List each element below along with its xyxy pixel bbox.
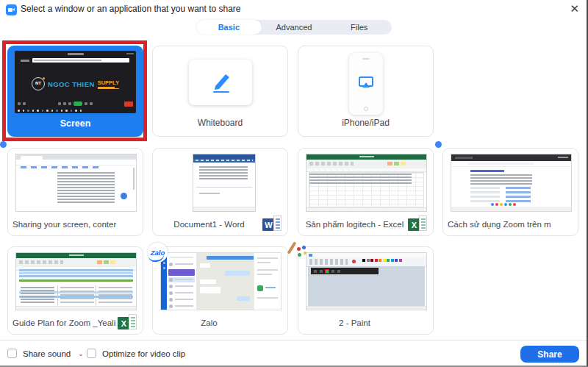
share-option-whiteboard[interactable]: Whiteboard — [152, 46, 288, 137]
share-option-label: Document1 - Word — [157, 220, 261, 229]
share-option-label: iPhone/iPad — [303, 118, 429, 128]
share-option-chrome-zoom-guide[interactable]: Cách sử dụng Zoom trên máy tín... — [442, 148, 578, 236]
whiteboard-card — [189, 60, 252, 105]
screen-mirroring-icon — [359, 76, 373, 91]
share-option-label: 2 - Paint — [303, 318, 406, 327]
excel-window-thumbnail — [15, 252, 137, 310]
share-sound-label: Share sound — [23, 349, 71, 358]
paint-window-thumbnail — [306, 252, 427, 310]
share-option-label: Guide Plan for Zoom _Yealink Clo... — [12, 318, 116, 327]
phone-shape — [349, 53, 383, 115]
share-option-iphone-ipad[interactable]: iPhone/iPad — [298, 46, 434, 137]
share-option-zalo[interactable]: Zalo Zalo — [152, 246, 288, 335]
share-sound-option[interactable]: Share sound ⌄ — [7, 341, 84, 366]
dialog-footer: Share sound ⌄ Optimize for video clip Sh… — [0, 340, 587, 366]
word-window-thumbnail — [160, 154, 282, 212]
share-option-label: Sản phẩm logitech - Excel — [303, 220, 406, 229]
camera-lens-icon — [12, 8, 15, 11]
share-option-chrome-sharing-doc[interactable]: Sharing your screen, content, or s... — [7, 148, 143, 236]
share-option-excel-logitech[interactable]: Sản phẩm logitech - Excel X — [298, 148, 434, 236]
nt-badge-icon: NT — [32, 77, 45, 90]
ngoc-thien-logo: NT NGOC THIEN SUPPLY — [15, 77, 136, 90]
thumb-titlebar — [68, 53, 84, 55]
thumb-green-button — [74, 101, 82, 106]
tab-bar: Basic Advanced Files — [196, 20, 392, 35]
tab-advanced[interactable]: Advanced — [262, 20, 327, 35]
pencil-icon — [208, 71, 233, 93]
thumb-back-control — [21, 60, 29, 62]
share-option-paint[interactable]: 2 - Paint — [298, 246, 434, 335]
share-button[interactable]: Share — [520, 346, 579, 363]
share-option-label: Zalo — [157, 318, 261, 327]
chrome-window-thumbnail — [451, 154, 572, 212]
zalo-window-thumbnail — [160, 252, 282, 310]
share-option-label: Cách sử dụng Zoom trên máy tín... — [448, 220, 551, 229]
tab-basic[interactable]: Basic — [196, 20, 262, 35]
zoom-app-icon — [6, 4, 17, 15]
screen-thumbnail: NT NGOC THIEN SUPPLY — [15, 51, 136, 113]
share-option-screen[interactable]: NT NGOC THIEN SUPPLY Screen — [7, 46, 143, 137]
share-option-label: Sharing your screen, content, or s... — [12, 220, 116, 229]
share-option-word-document1[interactable]: Document1 - Word W — [152, 148, 288, 236]
chevron-down-icon[interactable]: ⌄ — [78, 350, 84, 357]
excel-window-thumbnail — [306, 154, 427, 212]
share-option-label: Screen — [12, 118, 139, 129]
excel-icon: X — [408, 211, 428, 231]
excel-icon: X — [118, 310, 137, 329]
optimize-label: Optimize for video clip — [102, 349, 185, 358]
thumb-end-button — [124, 101, 133, 107]
phone-speaker — [362, 58, 370, 60]
chrome-window-thumbnail — [15, 154, 137, 212]
share-dialog: Select a window or an application that y… — [0, 0, 588, 367]
word-icon: W — [262, 211, 282, 231]
thumb-window-controls — [126, 53, 134, 54]
close-icon[interactable]: ✕ — [570, 2, 579, 15]
tab-files[interactable]: Files — [326, 20, 392, 35]
thumb-meeting-toolbar — [18, 101, 133, 107]
dialog-header: Select a window or an application that y… — [0, 0, 587, 19]
logo-supply-text: SUPPLY — [98, 79, 119, 89]
logo-name-text: NGOC THIEN — [48, 80, 95, 88]
share-sound-checkbox[interactable] — [7, 349, 17, 358]
thumb-taskbar-dots — [18, 110, 133, 112]
thumb-address-bar — [32, 58, 129, 63]
optimize-checkbox[interactable] — [87, 349, 96, 358]
share-option-label: Whiteboard — [157, 118, 283, 128]
share-option-excel-guide-plan[interactable]: Guide Plan for Zoom _Yealink Clo... X — [7, 246, 143, 335]
optimize-video-option[interactable]: Optimize for video clip — [87, 341, 185, 366]
zalo-icon: Zalo — [148, 243, 168, 263]
dialog-title: Select a window or an application that y… — [21, 4, 241, 14]
phone-home-button — [364, 107, 368, 111]
